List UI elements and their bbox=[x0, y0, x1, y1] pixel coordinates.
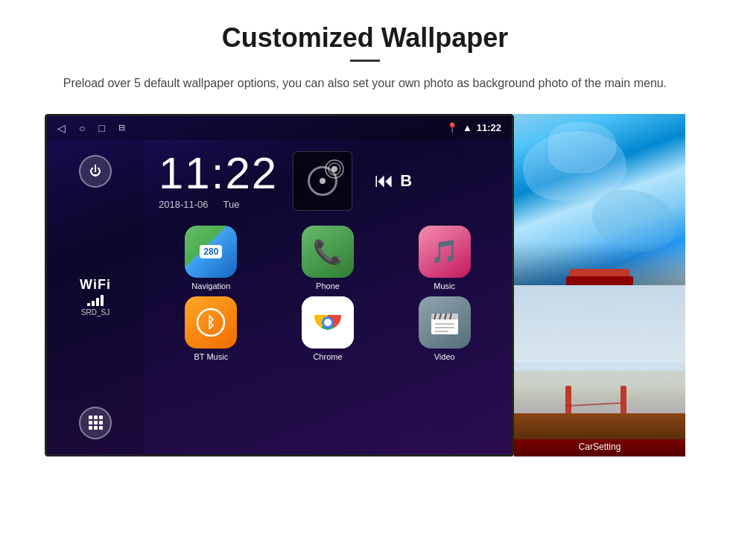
nav-icons: ◁ ○ □ ⊟ bbox=[57, 122, 125, 134]
chrome-icon-inner bbox=[302, 296, 354, 349]
app-bt-music[interactable]: ᛒ BT Music bbox=[156, 296, 267, 361]
phone-label: Phone bbox=[316, 281, 340, 290]
phone-icon: 📞 bbox=[302, 226, 354, 278]
video-icon bbox=[419, 296, 471, 349]
chrome-icon bbox=[302, 296, 354, 349]
media-track-initial: B bbox=[400, 171, 412, 191]
carsetting-label: CarSetting bbox=[579, 442, 621, 452]
recents-icon[interactable]: □ bbox=[98, 122, 104, 134]
title-divider bbox=[350, 60, 380, 62]
screenshot-area: ◁ ○ □ ⊟ 📍 ▲ 11:22 ⏻ bbox=[45, 114, 685, 456]
status-right: 📍 ▲ 11:22 bbox=[446, 122, 501, 133]
music-icon: 🎵 bbox=[419, 226, 471, 278]
page-description: Preload over 5 default wallpaper options… bbox=[63, 74, 667, 93]
app-chrome[interactable]: Chrome bbox=[273, 296, 384, 361]
page-container: Customized Wallpaper Preload over 5 defa… bbox=[0, 0, 730, 471]
video-label: Video bbox=[434, 352, 455, 361]
prev-track-button[interactable]: ⏮ bbox=[375, 169, 394, 192]
screenshot-icon[interactable]: ⊟ bbox=[118, 123, 125, 133]
clock-time: 11:22 bbox=[159, 151, 278, 196]
signal-icon: ▲ bbox=[463, 122, 472, 133]
bt-icon-inner: ᛒ bbox=[185, 296, 237, 349]
center-content: 11:22 2018-11-06 Tue bbox=[144, 140, 512, 454]
maps-badge: 280 bbox=[200, 245, 222, 258]
wifi-bar-2 bbox=[92, 301, 95, 306]
navigation-label: Navigation bbox=[191, 281, 230, 290]
wifi-widget: WiFi SRD_SJ bbox=[80, 277, 111, 316]
wifi-bar-1 bbox=[87, 303, 90, 306]
location-icon: 📍 bbox=[446, 122, 458, 133]
app-music[interactable]: 🎵 Music bbox=[389, 226, 500, 290]
clock-day-value: Tue bbox=[223, 199, 240, 210]
clock-block: 11:22 2018-11-06 Tue bbox=[159, 151, 278, 210]
page-title: Customized Wallpaper bbox=[222, 22, 509, 54]
svg-text:ᛒ: ᛒ bbox=[206, 314, 215, 331]
home-icon[interactable]: ○ bbox=[79, 122, 85, 134]
svg-rect-15 bbox=[431, 319, 458, 334]
svg-point-8 bbox=[324, 319, 331, 326]
wifi-ssid: SRD_SJ bbox=[81, 308, 110, 316]
wifi-bar-3 bbox=[96, 298, 99, 306]
status-bar: ◁ ○ □ ⊟ 📍 ▲ 11:22 bbox=[47, 116, 512, 140]
media-controls: ⏮ B bbox=[375, 169, 412, 192]
app-video[interactable]: Video bbox=[389, 296, 500, 361]
back-icon[interactable]: ◁ bbox=[57, 122, 66, 134]
status-time: 11:22 bbox=[477, 122, 501, 133]
media-signal bbox=[323, 158, 346, 183]
bt-music-label: BT Music bbox=[194, 352, 229, 361]
navigation-icon: 280 bbox=[185, 226, 237, 278]
android-screen: ◁ ○ □ ⊟ 📍 ▲ 11:22 ⏻ bbox=[45, 114, 514, 456]
wallpaper-bridge-thumb[interactable]: CarSetting bbox=[514, 285, 685, 456]
main-area: ⏻ WiFi SRD_SJ bbox=[47, 140, 512, 454]
maps-icon-inner: 280 bbox=[185, 226, 237, 278]
wifi-bars bbox=[87, 295, 104, 306]
power-button[interactable]: ⏻ bbox=[79, 155, 112, 188]
apps-button[interactable] bbox=[79, 407, 112, 439]
left-sidebar: ⏻ WiFi SRD_SJ bbox=[47, 140, 144, 454]
video-icon-inner bbox=[419, 296, 471, 349]
power-icon: ⏻ bbox=[89, 165, 101, 178]
wifi-bar-4 bbox=[101, 295, 104, 306]
wallpaper-ice-thumb[interactable] bbox=[514, 114, 685, 285]
app-navigation[interactable]: 280 Navigation bbox=[156, 226, 267, 290]
media-widget bbox=[293, 151, 352, 211]
clock-date: 2018-11-06 Tue bbox=[159, 199, 278, 210]
music-label: Music bbox=[434, 281, 455, 290]
bt-music-icon: ᛒ bbox=[185, 296, 237, 349]
svg-point-2 bbox=[331, 166, 337, 172]
wallpaper-previews: CarSetting bbox=[514, 114, 685, 456]
app-grid: 280 Navigation 📞 Phone 🎵 bbox=[144, 218, 512, 369]
clock-date-value: 2018-11-06 bbox=[159, 199, 209, 210]
wifi-label: WiFi bbox=[80, 277, 111, 293]
apps-grid-icon bbox=[89, 416, 103, 430]
chrome-label: Chrome bbox=[313, 352, 342, 361]
clock-area: 11:22 2018-11-06 Tue bbox=[144, 140, 512, 218]
app-phone[interactable]: 📞 Phone bbox=[273, 226, 384, 290]
